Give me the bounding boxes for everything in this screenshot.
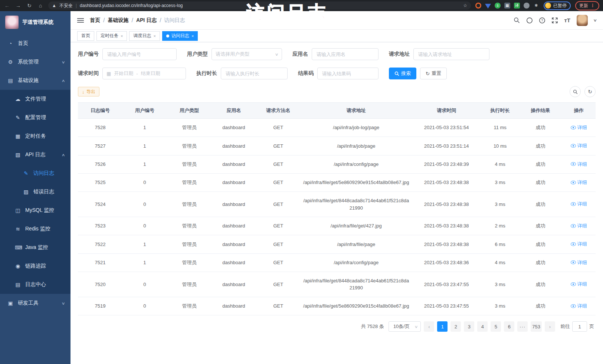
- page-button-1[interactable]: 1: [437, 321, 448, 332]
- detail-link[interactable]: 详细: [571, 142, 587, 150]
- page-button-5[interactable]: 5: [491, 321, 501, 332]
- detail-link[interactable]: 详细: [571, 179, 587, 186]
- request-url-input[interactable]: [413, 48, 489, 60]
- page-button-6[interactable]: 6: [504, 321, 514, 332]
- cell-uid: 1: [122, 253, 167, 272]
- sidebar-item-7[interactable]: ✎访问日志: [0, 164, 71, 183]
- search-icon[interactable]: [514, 17, 520, 24]
- sidebar-item-0[interactable]: ◔首页: [0, 34, 71, 53]
- page-button-753[interactable]: 753: [531, 321, 542, 332]
- breadcrumb-item-2[interactable]: API 日志: [136, 17, 157, 24]
- browser-home-icon[interactable]: ⌂: [37, 3, 44, 9]
- sidebar-item-2[interactable]: ▤基础设施∧: [0, 71, 71, 90]
- detail-link[interactable]: 详细: [571, 161, 587, 168]
- breadcrumb-item-1[interactable]: 基础设施: [108, 17, 128, 24]
- column-header-1: 用户编号: [122, 103, 167, 119]
- hamburger-icon[interactable]: [77, 17, 84, 24]
- trace-icon: ◉: [15, 263, 21, 269]
- detail-link[interactable]: 详细: [571, 200, 587, 208]
- page-button-2[interactable]: 2: [450, 321, 461, 332]
- toggle-search-button[interactable]: [570, 86, 581, 97]
- page-button-4[interactable]: 4: [477, 321, 488, 332]
- tab-2[interactable]: 调度日志×: [129, 31, 160, 41]
- cell-dur: 3 ms: [481, 297, 519, 315]
- cell-utype: 管理员: [167, 253, 212, 272]
- detail-link[interactable]: 详细: [571, 222, 587, 230]
- detail-link[interactable]: 详细: [571, 281, 587, 288]
- main-area: 首页/基础设施/API 日志/访问日志 ? ᴛT: [71, 11, 603, 364]
- app-name-input[interactable]: [312, 48, 378, 60]
- address-separator: |: [76, 3, 77, 8]
- tab-close-icon[interactable]: ×: [153, 34, 155, 38]
- tab-close-icon[interactable]: ×: [121, 34, 123, 38]
- github-icon[interactable]: [526, 17, 533, 24]
- sidebar-item-8[interactable]: ▨错误日志: [0, 183, 71, 201]
- tab-close-icon[interactable]: ×: [191, 34, 194, 38]
- extension-shield-icon[interactable]: [485, 3, 491, 9]
- prev-page-button[interactable]: ‹: [424, 321, 434, 332]
- detail-link[interactable]: 详细: [571, 259, 587, 266]
- cell-id: 7524: [78, 192, 122, 217]
- cell-time: 2021-05-03 23:48:38: [412, 173, 481, 191]
- browser-reload-icon[interactable]: ↻: [26, 3, 33, 9]
- tab-0[interactable]: 首页: [77, 31, 94, 41]
- sidebar-item-11[interactable]: ⌨Java 监控: [0, 238, 71, 257]
- extension-orange-icon[interactable]: [475, 3, 481, 9]
- address-bar[interactable]: ▲ 不安全 | dashboard.yudao.iocoder.cn/infra…: [48, 1, 471, 10]
- chevron-down-icon[interactable]: ∨: [593, 18, 597, 22]
- browser-back-icon[interactable]: ←: [4, 3, 10, 9]
- sidebar-item-1[interactable]: ⚙系统管理∨: [0, 53, 71, 71]
- extension-green-circle-icon[interactable]: s: [495, 3, 501, 9]
- extension-pinwheel-icon[interactable]: ✻: [533, 3, 539, 9]
- sidebar-logo[interactable]: 芋道管理系统: [0, 11, 71, 34]
- sidebar-item-10[interactable]: ≋Redis 监控: [0, 220, 71, 238]
- goto-page-input[interactable]: [572, 321, 587, 332]
- browser-menu-icon[interactable]: ⋮: [590, 3, 595, 8]
- extension-translate-icon[interactable]: 译: [514, 3, 520, 9]
- cell-url: /api/infra/job/page: [301, 137, 412, 155]
- search-button[interactable]: 搜索: [389, 68, 416, 79]
- sidebar-item-12[interactable]: ◉链路追踪: [0, 257, 71, 275]
- bookmark-star-icon[interactable]: ☆: [463, 3, 467, 8]
- user-id-input[interactable]: [102, 48, 177, 60]
- reset-button[interactable]: ↻ 重置: [420, 68, 447, 79]
- duration-input[interactable]: [221, 68, 288, 79]
- tab-3[interactable]: 访问日志×: [162, 31, 198, 41]
- detail-link[interactable]: 详细: [571, 302, 587, 310]
- log-center-icon: ▤: [15, 282, 21, 288]
- detail-link[interactable]: 详细: [571, 124, 587, 131]
- extension-gray-icon[interactable]: [524, 3, 530, 9]
- font-size-icon[interactable]: ᴛT: [564, 17, 571, 24]
- browser-profile-chip[interactable]: 已暂停: [544, 1, 571, 10]
- user-avatar[interactable]: [577, 15, 588, 26]
- tab-1[interactable]: 定时任务×: [96, 31, 127, 41]
- goto-suffix: 页: [589, 323, 594, 330]
- help-icon[interactable]: ?: [539, 17, 545, 24]
- sidebar-item-label: Java 监控: [25, 244, 48, 251]
- sidebar-item-13[interactable]: ▤日志中心: [0, 275, 71, 294]
- goto-prefix: 前往: [560, 323, 570, 330]
- fullscreen-icon[interactable]: [551, 17, 558, 24]
- detail-link[interactable]: 详细: [571, 240, 587, 248]
- sidebar-item-3[interactable]: ☁文件管理: [0, 90, 71, 108]
- export-button[interactable]: ↓ 导出: [78, 87, 99, 96]
- sidebar-item-5[interactable]: ▦定时任务: [0, 127, 71, 145]
- sidebar-item-14[interactable]: ▣研发工具∨: [0, 294, 71, 312]
- user-type-select[interactable]: 请选择用户类型 ∨: [212, 48, 282, 60]
- date-range-picker[interactable]: ▦ 开始日期 - 结束日期: [102, 68, 186, 79]
- page-size-select[interactable]: 10条/页 ∨: [389, 321, 421, 332]
- breadcrumb-item-0[interactable]: 首页: [90, 17, 100, 24]
- extension-blocks-icon[interactable]: ▦: [504, 3, 510, 9]
- refresh-table-button[interactable]: ↻: [584, 86, 596, 97]
- sidebar-item-9[interactable]: ◫MySQL 监控: [0, 201, 71, 220]
- browser-update-button[interactable]: 更新 ⋮: [575, 1, 599, 10]
- next-page-button[interactable]: ›: [545, 321, 555, 332]
- sidebar-item-4[interactable]: ✎配置管理: [0, 108, 71, 127]
- error-log-icon: ▨: [23, 189, 29, 195]
- browser-forward-icon[interactable]: →: [15, 3, 22, 9]
- result-code-input[interactable]: [317, 68, 378, 79]
- page-button-3[interactable]: 3: [464, 321, 474, 332]
- sidebar-item-6[interactable]: ▧API 日志∧: [0, 145, 71, 164]
- page-ellipsis[interactable]: ···: [517, 321, 528, 332]
- config-icon: ✎: [15, 115, 21, 121]
